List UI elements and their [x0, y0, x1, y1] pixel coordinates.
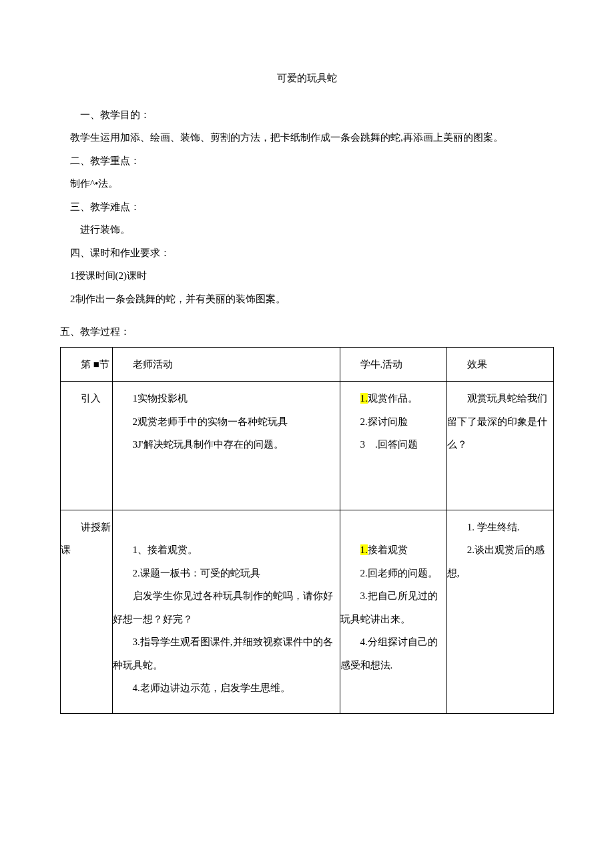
cell-student-intro: 1.观赏作品。 2.探讨问脸 3 .回答问题: [340, 382, 446, 510]
cell-lecture-label: 讲授新课: [61, 510, 113, 713]
cell-teacher-intro: 1实物投影机 2观赏老师手中的实物一各种蛇玩具 3J'解决蛇玩具制作中存在的问题…: [112, 382, 340, 510]
section-2-content: 制作^•法。: [60, 172, 554, 195]
cell-student-lecture: 1.接着观赏 2.回老师的问题。 3.把自己所见过的玩具蛇讲出来。 4.分组探讨…: [340, 510, 446, 713]
cell-effect-intro: 观赏玩具蛇给我们留下了最深的印象是什么？: [446, 382, 553, 510]
table-row: 讲授新课 1、接着观赏。 2.课题一板书：可受的蛇玩具 启发学生你见过各种玩具制…: [61, 510, 554, 713]
table-header-row: 第 ■节 老师活动 学牛.活动 效果: [61, 347, 554, 382]
header-cell-effect: 效果: [446, 347, 553, 382]
section-4-line1: 1授课时间(2)课时: [60, 264, 554, 288]
highlight-text: 1.: [360, 393, 368, 404]
lesson-table: 第 ■节 老师活动 学牛.活动 效果 引入 1实物投影机 2观赏老师手中的实物一…: [60, 347, 554, 714]
section-4-line2: 2制作出一条会跳舞的蛇，并有美丽的装饰图案。: [60, 288, 554, 311]
header-cell-teacher: 老师活动: [112, 347, 340, 382]
table-row: 引入 1实物投影机 2观赏老师手中的实物一各种蛇玩具 3J'解决蛇玩具制作中存在…: [61, 382, 554, 510]
cell-intro-label: 引入: [61, 382, 113, 510]
header-cell-section: 第 ■节: [61, 347, 113, 382]
header-cell-student: 学牛.活动: [340, 347, 446, 382]
section-3-heading: 三、教学难点：: [60, 195, 554, 219]
cell-effect-lecture: 1. 学生终结. 2.谈出观赏后的感想,: [446, 510, 553, 713]
cell-teacher-lecture: 1、接着观赏。 2.课题一板书：可受的蛇玩具 启发学生你见过各种玩具制作的蛇吗，…: [112, 510, 340, 713]
section-5-heading: 五、教学过程：: [60, 320, 554, 344]
section-1-content: 教学生运用加添、绘画、装饰、剪割的方法，把卡纸制作成一条会跳舞的蛇,再添画上美丽…: [60, 126, 554, 149]
section-2-heading: 二、教学重点：: [60, 149, 554, 173]
document-title: 可爱的玩具蛇: [60, 67, 554, 90]
section-4-heading: 四、课时和作业要求：: [60, 242, 554, 265]
highlight-text: 1.: [360, 544, 368, 555]
section-3-content: 进行装饰。: [60, 218, 554, 242]
section-1-heading: 一、教学目的：: [60, 103, 554, 127]
